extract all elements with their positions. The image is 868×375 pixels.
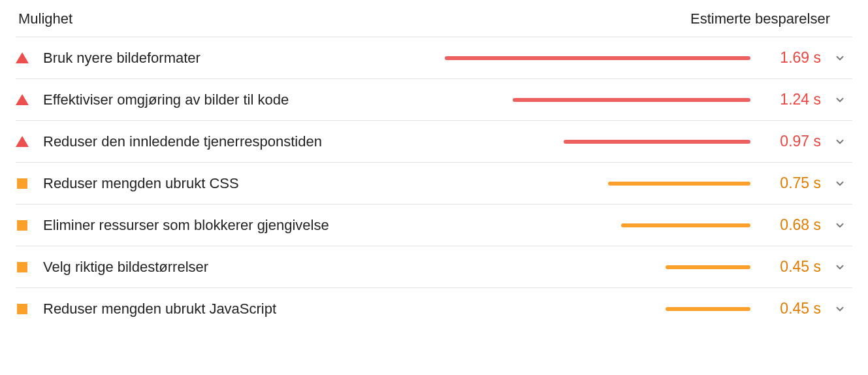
savings-value: 0.45 s (762, 258, 821, 276)
chevron-down-icon[interactable] (830, 303, 850, 315)
savings-bar-fill (445, 56, 750, 60)
savings-value: 0.45 s (762, 300, 821, 318)
chevron-down-icon[interactable] (830, 136, 850, 148)
savings-bar-fill (564, 140, 750, 144)
savings-value: 1.69 s (762, 49, 821, 67)
opportunity-label: Reduser den innledende tjenerresponstide… (43, 133, 411, 150)
savings-bar-fill (513, 98, 750, 102)
opportunity-row[interactable]: Reduser mengden ubrukt JavaScript0.45 s (16, 287, 852, 329)
chevron-down-icon[interactable] (830, 94, 850, 106)
savings-bar-fill (666, 265, 750, 269)
opportunities-panel: Mulighet Estimerte besparelser Bruk nyer… (0, 0, 868, 329)
savings-value: 0.75 s (762, 174, 821, 192)
opportunity-label: Bruk nyere bildeformater (43, 50, 411, 67)
opportunity-row[interactable]: Bruk nyere bildeformater1.69 s (16, 37, 852, 78)
square-orange-icon (16, 261, 29, 274)
savings-bar-track (411, 98, 750, 102)
opportunity-label: Effektiviser omgjøring av bilder til kod… (43, 91, 411, 108)
savings-bar-track (411, 56, 750, 60)
header-row: Mulighet Estimerte besparelser (16, 5, 852, 37)
opportunity-label: Reduser mengden ubrukt JavaScript (43, 301, 411, 318)
square-orange-icon (16, 177, 29, 190)
savings-value: 0.68 s (762, 216, 821, 234)
column-header-opportunity: Mulighet (18, 10, 72, 27)
triangle-red-icon (16, 93, 29, 106)
savings-value: 1.24 s (762, 91, 821, 108)
square-orange-icon (16, 302, 29, 316)
opportunity-label: Velg riktige bildestørrelser (43, 259, 411, 276)
savings-bar-track (411, 307, 750, 311)
opportunity-row[interactable]: Reduser mengden ubrukt CSS0.75 s (16, 162, 852, 204)
opportunity-row[interactable]: Velg riktige bildestørrelser0.45 s (16, 246, 852, 287)
square-orange-icon (16, 219, 29, 232)
opportunity-row[interactable]: Effektiviser omgjøring av bilder til kod… (16, 78, 852, 120)
savings-bar-track (411, 223, 750, 227)
savings-bar-fill (621, 223, 750, 227)
triangle-red-icon (16, 135, 29, 148)
triangle-red-icon (16, 52, 29, 65)
chevron-down-icon[interactable] (830, 178, 850, 189)
opportunity-row[interactable]: Eliminer ressurser som blokkerer gjengiv… (16, 204, 852, 246)
savings-bar-fill (666, 307, 750, 311)
savings-bar-track (411, 182, 750, 186)
opportunity-row[interactable]: Reduser den innledende tjenerresponstide… (16, 120, 852, 162)
savings-value: 0.97 s (762, 133, 821, 150)
chevron-down-icon[interactable] (830, 52, 850, 64)
savings-bar-track (411, 265, 750, 269)
opportunity-label: Reduser mengden ubrukt CSS (43, 175, 411, 192)
chevron-down-icon[interactable] (830, 220, 850, 231)
savings-bar-track (411, 140, 750, 144)
chevron-down-icon[interactable] (830, 261, 850, 273)
column-header-savings: Estimerte besparelser (690, 10, 850, 27)
opportunity-label: Eliminer ressurser som blokkerer gjengiv… (43, 217, 411, 234)
savings-bar-fill (608, 182, 750, 186)
